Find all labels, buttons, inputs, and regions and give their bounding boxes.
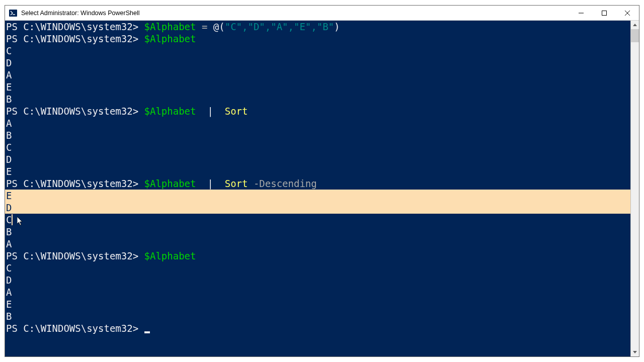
terminal-output[interactable]: A: [5, 238, 630, 250]
terminal-output-selected[interactable]: D: [5, 202, 630, 214]
powershell-window: Select Administrator: Windows PowerShell…: [5, 5, 639, 357]
terminal-output[interactable]: C: [5, 214, 630, 226]
terminal-prompt-active[interactable]: PS C:\WINDOWS\system32>: [5, 322, 630, 334]
terminal-output[interactable]: B: [5, 93, 630, 105]
powershell-icon: [9, 9, 17, 17]
terminal-output[interactable]: A: [5, 117, 630, 129]
terminal-output[interactable]: C: [5, 45, 630, 57]
text-cursor: [144, 331, 150, 333]
vertical-scrollbar[interactable]: [630, 21, 639, 356]
maximize-button[interactable]: [593, 6, 616, 21]
terminal-output[interactable]: C: [5, 262, 630, 274]
terminal-output[interactable]: D: [5, 153, 630, 165]
terminal-output[interactable]: B: [5, 226, 630, 238]
close-button[interactable]: [616, 6, 639, 21]
svg-rect-1: [602, 11, 607, 15]
terminal-output[interactable]: C: [5, 141, 630, 153]
terminal-output[interactable]: B: [5, 129, 630, 141]
terminal-output[interactable]: E: [5, 298, 630, 310]
terminal-output[interactable]: E: [5, 81, 630, 93]
terminal-line[interactable]: PS C:\WINDOWS\system32> $Alphabet: [5, 250, 630, 262]
minimize-button[interactable]: [570, 6, 593, 21]
terminal[interactable]: PS C:\WINDOWS\system32> $Alphabet = @("C…: [5, 21, 630, 356]
terminal-line[interactable]: PS C:\WINDOWS\system32> $Alphabet | Sort: [5, 105, 630, 117]
terminal-line[interactable]: PS C:\WINDOWS\system32> $Alphabet: [5, 33, 630, 45]
terminal-line[interactable]: PS C:\WINDOWS\system32> $Alphabet | Sort…: [5, 177, 630, 190]
terminal-output[interactable]: B: [5, 310, 630, 322]
scroll-up-button[interactable]: [631, 21, 639, 29]
terminal-output[interactable]: A: [5, 286, 630, 298]
terminal-output-selected[interactable]: E: [5, 190, 630, 202]
scroll-down-button[interactable]: [631, 348, 639, 356]
client-area: PS C:\WINDOWS\system32> $Alphabet = @("C…: [5, 21, 639, 356]
terminal-output[interactable]: D: [5, 274, 630, 286]
titlebar[interactable]: Select Administrator: Windows PowerShell: [5, 6, 639, 21]
terminal-line[interactable]: PS C:\WINDOWS\system32> $Alphabet = @("C…: [5, 21, 630, 33]
svg-rect-0: [9, 10, 17, 17]
scroll-thumb[interactable]: [631, 29, 639, 42]
scroll-track[interactable]: [631, 29, 639, 348]
window-title: Select Administrator: Windows PowerShell: [21, 10, 140, 17]
terminal-output[interactable]: E: [5, 165, 630, 177]
terminal-output[interactable]: D: [5, 57, 630, 69]
terminal-output[interactable]: A: [5, 69, 630, 81]
